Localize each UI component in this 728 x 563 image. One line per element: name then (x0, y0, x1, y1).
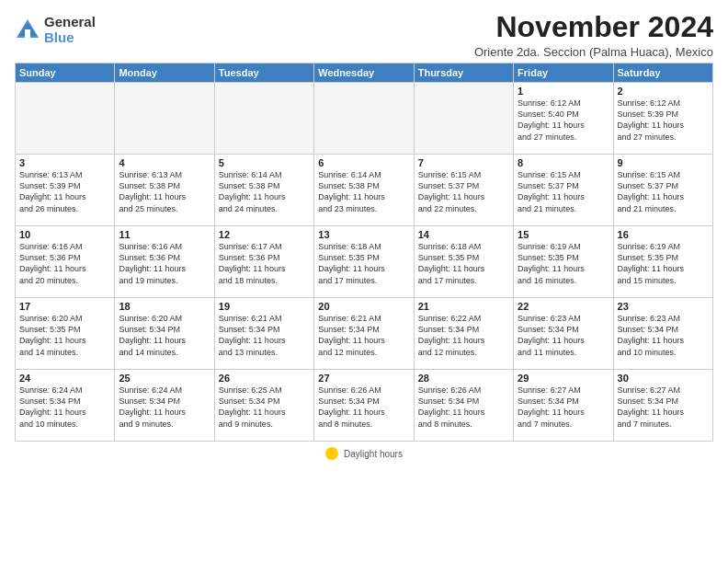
day-info: Sunrise: 6:26 AM Sunset: 5:34 PM Dayligh… (318, 385, 409, 430)
calendar-cell: 8Sunrise: 6:15 AM Sunset: 5:37 PM Daylig… (514, 155, 613, 226)
day-number: 21 (418, 301, 509, 312)
day-number: 4 (119, 157, 210, 168)
calendar-cell (214, 83, 313, 155)
day-info: Sunrise: 6:27 AM Sunset: 5:34 PM Dayligh… (518, 385, 609, 430)
day-info: Sunrise: 6:18 AM Sunset: 5:35 PM Dayligh… (418, 241, 509, 286)
weekday-header-tuesday: Tuesday (214, 63, 313, 83)
calendar-week-row: 17Sunrise: 6:20 AM Sunset: 5:35 PM Dayli… (16, 298, 713, 370)
logo-general-text: General (44, 15, 96, 30)
calendar-cell: 2Sunrise: 6:12 AM Sunset: 5:39 PM Daylig… (613, 83, 712, 155)
weekday-header-monday: Monday (115, 63, 214, 83)
day-number: 20 (318, 301, 409, 312)
day-info: Sunrise: 6:24 AM Sunset: 5:34 PM Dayligh… (119, 385, 210, 430)
day-number: 2 (618, 86, 709, 97)
calendar-cell: 23Sunrise: 6:23 AM Sunset: 5:34 PM Dayli… (613, 298, 712, 370)
calendar-cell: 9Sunrise: 6:15 AM Sunset: 5:37 PM Daylig… (613, 155, 712, 226)
calendar-table: SundayMondayTuesdayWednesdayThursdayFrid… (15, 63, 713, 442)
day-number: 6 (318, 157, 409, 168)
day-number: 25 (119, 373, 210, 384)
month-title: November 2024 (474, 11, 713, 43)
day-number: 29 (518, 373, 609, 384)
day-info: Sunrise: 6:25 AM Sunset: 5:34 PM Dayligh… (219, 385, 310, 430)
header: General Blue November 2024 Oriente 2da. … (15, 11, 713, 59)
calendar-cell: 19Sunrise: 6:21 AM Sunset: 5:34 PM Dayli… (214, 298, 313, 370)
day-info: Sunrise: 6:21 AM Sunset: 5:34 PM Dayligh… (318, 313, 409, 358)
calendar-cell: 14Sunrise: 6:18 AM Sunset: 5:35 PM Dayli… (414, 226, 513, 298)
page: General Blue November 2024 Oriente 2da. … (0, 0, 728, 563)
day-info: Sunrise: 6:15 AM Sunset: 5:37 PM Dayligh… (518, 169, 609, 214)
calendar-cell: 3Sunrise: 6:13 AM Sunset: 5:39 PM Daylig… (16, 155, 115, 226)
day-number: 12 (219, 229, 310, 240)
calendar-cell: 28Sunrise: 6:26 AM Sunset: 5:34 PM Dayli… (414, 370, 513, 442)
legend-sun-icon (325, 447, 338, 460)
subtitle: Oriente 2da. Seccion (Palma Huaca), Mexi… (474, 45, 713, 59)
calendar-cell: 27Sunrise: 6:26 AM Sunset: 5:34 PM Dayli… (314, 370, 414, 442)
weekday-header-row: SundayMondayTuesdayWednesdayThursdayFrid… (16, 63, 713, 83)
day-number: 28 (418, 373, 509, 384)
calendar-cell: 21Sunrise: 6:22 AM Sunset: 5:34 PM Dayli… (414, 298, 513, 370)
svg-rect-2 (25, 29, 30, 38)
day-number: 13 (318, 229, 409, 240)
weekday-header-sunday: Sunday (16, 63, 115, 83)
day-number: 17 (19, 301, 110, 312)
day-number: 19 (219, 301, 310, 312)
day-number: 8 (518, 157, 609, 168)
calendar-week-row: 10Sunrise: 6:16 AM Sunset: 5:36 PM Dayli… (16, 226, 713, 298)
calendar-cell: 30Sunrise: 6:27 AM Sunset: 5:34 PM Dayli… (613, 370, 712, 442)
logo-text: General Blue (44, 15, 96, 45)
logo-blue-text: Blue (44, 30, 96, 46)
calendar-week-row: 1Sunrise: 6:12 AM Sunset: 5:40 PM Daylig… (16, 83, 713, 155)
calendar-cell (414, 83, 513, 155)
calendar-cell: 26Sunrise: 6:25 AM Sunset: 5:34 PM Dayli… (214, 370, 313, 442)
legend: Daylight hours (15, 447, 713, 460)
day-info: Sunrise: 6:23 AM Sunset: 5:34 PM Dayligh… (518, 313, 609, 358)
calendar-cell: 1Sunrise: 6:12 AM Sunset: 5:40 PM Daylig… (514, 83, 613, 155)
title-block: November 2024 Oriente 2da. Seccion (Palm… (474, 11, 713, 59)
day-number: 15 (518, 229, 609, 240)
day-info: Sunrise: 6:18 AM Sunset: 5:35 PM Dayligh… (318, 241, 409, 286)
weekday-header-friday: Friday (514, 63, 613, 83)
day-number: 7 (418, 157, 509, 168)
day-number: 14 (418, 229, 509, 240)
day-info: Sunrise: 6:12 AM Sunset: 5:39 PM Dayligh… (618, 98, 709, 143)
day-number: 30 (618, 373, 709, 384)
calendar-cell: 15Sunrise: 6:19 AM Sunset: 5:35 PM Dayli… (514, 226, 613, 298)
weekday-header-saturday: Saturday (613, 63, 712, 83)
weekday-header-thursday: Thursday (414, 63, 513, 83)
calendar-cell (115, 83, 214, 155)
calendar-cell: 6Sunrise: 6:14 AM Sunset: 5:38 PM Daylig… (314, 155, 414, 226)
day-number: 27 (318, 373, 409, 384)
logo: General Blue (15, 15, 96, 45)
logo-icon (15, 17, 40, 43)
day-info: Sunrise: 6:14 AM Sunset: 5:38 PM Dayligh… (219, 169, 310, 214)
calendar-cell: 12Sunrise: 6:17 AM Sunset: 5:36 PM Dayli… (214, 226, 313, 298)
day-info: Sunrise: 6:12 AM Sunset: 5:40 PM Dayligh… (518, 98, 609, 143)
day-info: Sunrise: 6:13 AM Sunset: 5:38 PM Dayligh… (119, 169, 210, 214)
day-info: Sunrise: 6:15 AM Sunset: 5:37 PM Dayligh… (618, 169, 709, 214)
day-info: Sunrise: 6:23 AM Sunset: 5:34 PM Dayligh… (618, 313, 709, 358)
calendar-cell: 4Sunrise: 6:13 AM Sunset: 5:38 PM Daylig… (115, 155, 214, 226)
calendar-cell: 20Sunrise: 6:21 AM Sunset: 5:34 PM Dayli… (314, 298, 414, 370)
day-number: 5 (219, 157, 310, 168)
day-info: Sunrise: 6:21 AM Sunset: 5:34 PM Dayligh… (219, 313, 310, 358)
calendar-cell: 13Sunrise: 6:18 AM Sunset: 5:35 PM Dayli… (314, 226, 414, 298)
calendar-cell (16, 83, 115, 155)
day-info: Sunrise: 6:14 AM Sunset: 5:38 PM Dayligh… (318, 169, 409, 214)
day-info: Sunrise: 6:13 AM Sunset: 5:39 PM Dayligh… (19, 169, 110, 214)
day-number: 9 (618, 157, 709, 168)
day-info: Sunrise: 6:20 AM Sunset: 5:34 PM Dayligh… (119, 313, 210, 358)
day-number: 23 (618, 301, 709, 312)
calendar-cell: 18Sunrise: 6:20 AM Sunset: 5:34 PM Dayli… (115, 298, 214, 370)
calendar-cell (314, 83, 414, 155)
calendar-cell: 24Sunrise: 6:24 AM Sunset: 5:34 PM Dayli… (16, 370, 115, 442)
day-info: Sunrise: 6:19 AM Sunset: 5:35 PM Dayligh… (518, 241, 609, 286)
calendar-cell: 22Sunrise: 6:23 AM Sunset: 5:34 PM Dayli… (514, 298, 613, 370)
day-number: 11 (119, 229, 210, 240)
calendar-cell: 29Sunrise: 6:27 AM Sunset: 5:34 PM Dayli… (514, 370, 613, 442)
day-info: Sunrise: 6:19 AM Sunset: 5:35 PM Dayligh… (618, 241, 709, 286)
day-info: Sunrise: 6:16 AM Sunset: 5:36 PM Dayligh… (19, 241, 110, 286)
day-number: 26 (219, 373, 310, 384)
day-info: Sunrise: 6:15 AM Sunset: 5:37 PM Dayligh… (418, 169, 509, 214)
day-number: 18 (119, 301, 210, 312)
calendar-cell: 10Sunrise: 6:16 AM Sunset: 5:36 PM Dayli… (16, 226, 115, 298)
